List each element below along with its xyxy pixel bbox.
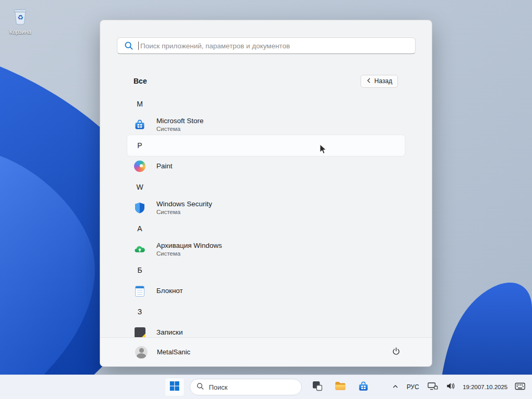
language-indicator[interactable]: РУС: [404, 379, 422, 395]
search-icon: [196, 382, 204, 392]
search-icon: [124, 41, 134, 50]
app-subtitle: Система: [156, 209, 212, 216]
file-explorer-button[interactable]: [330, 378, 351, 396]
taskbar-search-box[interactable]: Поиск: [190, 379, 302, 395]
app-title: Записки: [156, 328, 183, 337]
section-letter-label: Б: [134, 266, 146, 274]
touch-keyboard-icon: [515, 382, 525, 392]
section-letter-label: А: [134, 224, 146, 233]
tray-time: 19:20: [463, 383, 478, 391]
task-view-button[interactable]: [307, 378, 328, 396]
start-menu-user-bar: MetalSanic: [100, 337, 432, 366]
paint-icon: [134, 160, 146, 172]
all-apps-title: Все: [134, 77, 147, 85]
section-letter-b[interactable]: Б: [127, 260, 405, 281]
microsoft-store-button[interactable]: [353, 378, 374, 396]
section-letter-z[interactable]: З: [127, 301, 405, 322]
app-item-microsoft-store[interactable]: Microsoft Store Система: [127, 114, 405, 135]
speaker-icon: [446, 382, 456, 392]
text-caret: [138, 42, 139, 50]
network-ethernet-icon: [428, 382, 438, 392]
microsoft-store-icon: [134, 118, 146, 131]
app-title: Paint: [156, 162, 172, 170]
app-item-notepad[interactable]: Блокнот: [127, 281, 405, 301]
app-title: Блокнот: [156, 287, 183, 295]
app-subtitle: Система: [156, 250, 222, 257]
start-menu-panel: Все Назад M: [100, 20, 432, 367]
section-letter-label: З: [134, 308, 146, 316]
back-button-label: Назад: [375, 77, 392, 85]
recycle-bin-icon: ♻: [10, 19, 31, 28]
section-letter-label: M: [134, 100, 146, 108]
section-letter-label: P: [134, 141, 146, 150]
network-button[interactable]: [425, 379, 441, 395]
taskbar-center: Поиск: [165, 378, 374, 396]
app-title: Windows Security: [156, 200, 212, 208]
clock[interactable]: 19:20 07.10.2025: [461, 379, 509, 395]
task-view-icon: [311, 380, 324, 394]
section-letter-m[interactable]: M: [127, 94, 405, 114]
user-account-button[interactable]: MetalSanic: [135, 346, 190, 358]
system-tray: РУС: [390, 375, 528, 399]
power-button[interactable]: [390, 345, 403, 360]
app-item-paint[interactable]: Paint: [127, 156, 405, 177]
section-letter-p[interactable]: P: [127, 135, 405, 156]
windows-backup-icon: [134, 243, 146, 256]
power-icon: [392, 347, 401, 357]
recycle-bin-label: Корзина: [4, 29, 36, 35]
app-title: Архивация Windows: [156, 242, 222, 250]
windows-security-icon: [134, 202, 146, 214]
app-item-windows-backup[interactable]: Архивация Windows Система: [127, 239, 405, 260]
windows-logo-icon: [170, 381, 179, 393]
volume-button[interactable]: [444, 379, 458, 395]
back-button[interactable]: Назад: [361, 75, 398, 88]
recycle-bin[interactable]: ♻ Корзина: [4, 5, 36, 35]
file-explorer-icon: [334, 380, 347, 394]
svg-text:♻: ♻: [17, 14, 23, 21]
user-avatar: [135, 346, 148, 358]
all-apps-list: M Microsoft Store Система: [127, 94, 405, 343]
user-name: MetalSanic: [157, 348, 190, 356]
start-search-box[interactable]: [117, 37, 416, 54]
chevron-up-icon: [392, 382, 398, 392]
start-button[interactable]: [165, 378, 184, 396]
apps-list-header: Все Назад: [134, 74, 398, 88]
app-item-windows-security[interactable]: Windows Security Система: [127, 197, 405, 218]
desktop: ♻ Корзина Все Н: [0, 0, 532, 399]
touch-keyboard-button[interactable]: [512, 379, 528, 395]
chevron-left-icon: [366, 77, 371, 85]
hidden-icons-button[interactable]: [390, 379, 401, 395]
tray-date: 07.10.2025: [477, 383, 508, 391]
notepad-icon: [134, 285, 146, 297]
microsoft-store-icon: [357, 380, 369, 394]
taskbar-search-label: Поиск: [209, 383, 228, 391]
taskbar: Поиск: [0, 375, 532, 399]
app-title: Microsoft Store: [156, 117, 204, 125]
app-subtitle: Система: [156, 126, 204, 132]
section-letter-label: W: [134, 183, 146, 191]
section-letter-w[interactable]: W: [127, 177, 405, 197]
section-letter-a[interactable]: А: [127, 218, 405, 239]
start-search-input[interactable]: [140, 42, 415, 50]
